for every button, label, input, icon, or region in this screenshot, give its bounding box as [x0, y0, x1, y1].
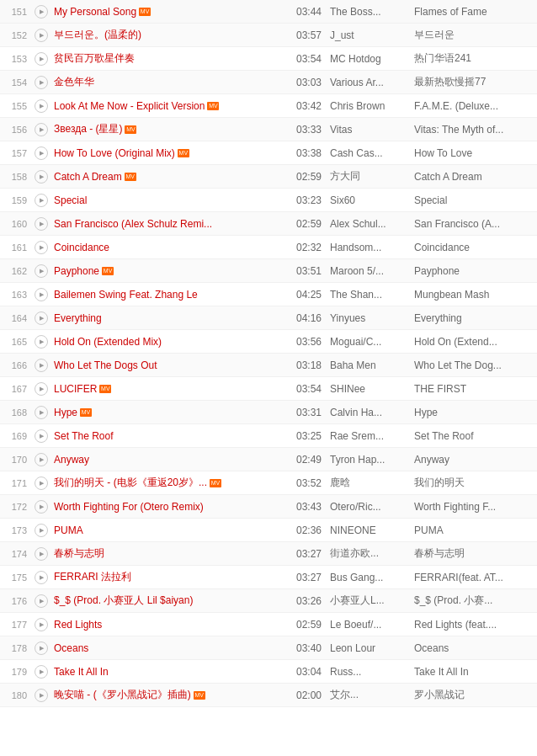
album-link[interactable]: 热门华语241	[414, 52, 471, 64]
artist-link[interactable]: Leon Lour	[330, 642, 375, 654]
play-button[interactable]	[32, 642, 51, 655]
artist-link[interactable]: The Boss...	[330, 6, 381, 18]
play-button[interactable]	[32, 406, 51, 419]
play-icon[interactable]	[35, 241, 48, 254]
play-icon[interactable]	[35, 524, 48, 537]
mv-icon[interactable]: MV	[194, 691, 205, 700]
album-link[interactable]: Catch A Dream	[414, 171, 482, 183]
play-button[interactable]	[32, 524, 51, 537]
song-title-link[interactable]: 晚安喵 - (《罗小黑战记》插曲)	[54, 689, 191, 700]
play-icon[interactable]	[35, 406, 48, 419]
mv-icon[interactable]: MV	[99, 385, 111, 393]
play-icon[interactable]	[35, 5, 48, 19]
play-button[interactable]	[32, 217, 51, 231]
song-title-link[interactable]: Anyway	[54, 454, 89, 466]
album-link[interactable]: Set The Roof	[414, 430, 474, 442]
album-link[interactable]: 부드러운	[414, 29, 455, 40]
play-button[interactable]	[32, 547, 51, 561]
artist-link[interactable]: Baha Men	[330, 359, 376, 371]
album-link[interactable]: Payphone	[414, 265, 460, 277]
mv-icon[interactable]: MV	[125, 125, 136, 134]
play-button[interactable]	[32, 335, 51, 349]
play-icon[interactable]	[35, 382, 48, 396]
song-title-link[interactable]: Oceans	[54, 642, 88, 654]
play-icon[interactable]	[35, 642, 48, 655]
play-button[interactable]	[32, 476, 51, 490]
artist-link[interactable]: Otero/Ric...	[330, 501, 381, 513]
play-icon[interactable]	[35, 311, 48, 325]
song-title-link[interactable]: Звезда - (星星)	[54, 123, 122, 135]
mv-icon[interactable]: MV	[102, 267, 114, 275]
album-link[interactable]: Oceans	[414, 642, 449, 654]
play-icon[interactable]	[35, 547, 48, 561]
song-title-link[interactable]: Worth Fighting For (Otero Remix)	[54, 501, 204, 513]
artist-link[interactable]: Russ...	[330, 666, 361, 678]
song-title-link[interactable]: Catch A Dream	[54, 171, 122, 183]
album-link[interactable]: Worth Fighting F...	[414, 501, 496, 513]
artist-link[interactable]: SHINee	[330, 383, 365, 395]
artist-link[interactable]: Rae Srem...	[330, 430, 384, 442]
album-link[interactable]: PUMA	[414, 524, 444, 536]
album-link[interactable]: How To Love	[414, 147, 472, 159]
artist-link[interactable]: Moguai/C...	[330, 336, 381, 348]
artist-link[interactable]: MC Hotdog	[330, 53, 381, 65]
song-title-link[interactable]: 贫民百万歌星伴奏	[54, 52, 135, 64]
play-button[interactable]	[32, 453, 51, 466]
song-title-link[interactable]: My Personal Song	[54, 6, 136, 18]
play-button[interactable]	[32, 689, 51, 702]
play-button[interactable]	[32, 311, 51, 325]
artist-link[interactable]: NINEONE	[330, 524, 376, 536]
artist-link[interactable]: Le Boeuf/...	[330, 619, 381, 631]
album-link[interactable]: F.A.M.E. (Deluxe...	[414, 100, 498, 112]
play-icon[interactable]	[35, 500, 48, 514]
play-icon[interactable]	[35, 264, 48, 278]
artist-link[interactable]: Calvin Ha...	[330, 407, 382, 418]
artist-link[interactable]: Cash Cas...	[330, 147, 383, 159]
play-icon[interactable]	[35, 170, 48, 184]
play-button[interactable]	[32, 429, 51, 443]
album-link[interactable]: FERRARI(feat. AT...	[414, 572, 503, 583]
play-icon[interactable]	[35, 571, 48, 584]
album-link[interactable]: Take It All In	[414, 666, 469, 678]
play-button[interactable]	[32, 382, 51, 396]
song-title-link[interactable]: Everything	[54, 312, 102, 324]
song-title-link[interactable]: Red Lights	[54, 619, 102, 631]
album-link[interactable]: $_$ (Prod. 小赛...	[414, 594, 492, 606]
artist-link[interactable]: Maroon 5/...	[330, 265, 384, 277]
play-icon[interactable]	[35, 429, 48, 443]
album-link[interactable]: Everything	[414, 312, 462, 324]
song-title-link[interactable]: Who Let The Dogs Out	[54, 359, 157, 371]
play-icon[interactable]	[35, 52, 48, 66]
album-link[interactable]: Hold On (Extend...	[414, 336, 497, 348]
play-button[interactable]	[32, 594, 51, 608]
song-title-link[interactable]: Bailemen Swing Feat. Zhang Le	[54, 289, 198, 301]
artist-link[interactable]: 小赛亚人L...	[330, 594, 385, 606]
play-icon[interactable]	[35, 194, 48, 207]
song-title-link[interactable]: Payphone	[54, 265, 99, 277]
artist-link[interactable]: Tyron Hap...	[330, 454, 385, 466]
artist-link[interactable]: 艾尔...	[330, 689, 359, 700]
play-button[interactable]	[32, 99, 51, 113]
play-button[interactable]	[32, 665, 51, 679]
artist-link[interactable]: Various Ar...	[330, 77, 384, 88]
play-button[interactable]	[32, 170, 51, 184]
play-icon[interactable]	[35, 618, 48, 631]
album-link[interactable]: 罗小黑战记	[414, 689, 465, 700]
album-link[interactable]: Special	[414, 194, 447, 206]
album-link[interactable]: THE FIRST	[414, 383, 466, 395]
play-button[interactable]	[32, 359, 51, 372]
song-title-link[interactable]: Hype	[54, 407, 77, 418]
play-icon[interactable]	[35, 689, 48, 702]
album-link[interactable]: Mungbean Mash	[414, 289, 489, 301]
play-icon[interactable]	[35, 665, 48, 679]
mv-icon[interactable]: MV	[125, 173, 136, 181]
album-link[interactable]: Anyway	[414, 454, 449, 466]
artist-link[interactable]: 街道亦欧...	[330, 547, 379, 559]
album-link[interactable]: Red Lights (feat....	[414, 619, 497, 631]
song-title-link[interactable]: Special	[54, 194, 87, 206]
song-title-link[interactable]: 春桥与志明	[54, 547, 104, 559]
play-button[interactable]	[32, 29, 51, 42]
song-title-link[interactable]: Coincidance	[54, 242, 109, 253]
play-button[interactable]	[32, 288, 51, 301]
artist-link[interactable]: Bus Gang...	[330, 572, 383, 583]
